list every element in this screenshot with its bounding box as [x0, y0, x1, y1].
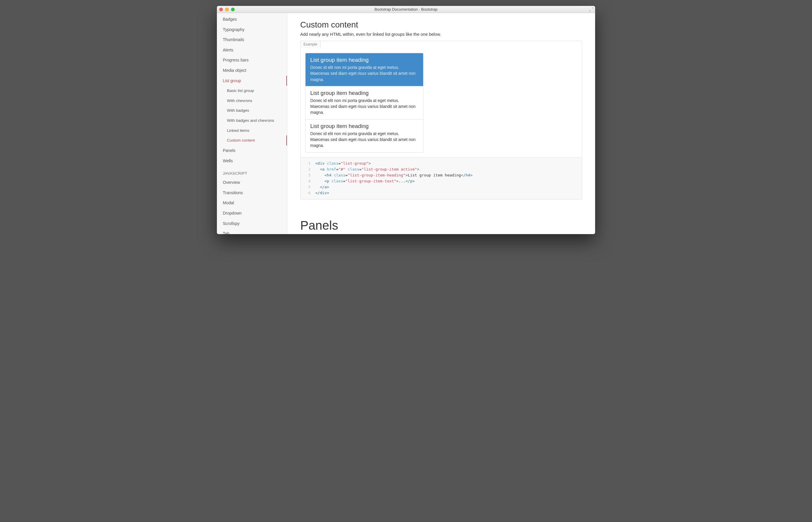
example-panel: Example List group item heading Donec id…	[300, 41, 582, 158]
sidebar-sub-custom-content[interactable]: Custom content	[217, 135, 287, 145]
close-icon[interactable]	[219, 8, 223, 11]
sidebar-sub-basic-list-group[interactable]: Basic list group	[217, 86, 287, 96]
window-controls	[219, 8, 235, 11]
sidebar-sub-with-badges-and-chevrons[interactable]: With badges and chevrons	[217, 116, 287, 126]
sidebar-item-modal[interactable]: Modal	[217, 198, 287, 208]
list-group: List group item heading Donec id elit no…	[305, 53, 423, 153]
sidebar: Badges Typography Thumbnails Alerts Prog…	[217, 13, 287, 234]
sidebar-item-dropdown[interactable]: Dropdown	[217, 208, 287, 218]
example-label: Example	[300, 41, 320, 48]
sidebar-sub-linked-items[interactable]: Linked items	[217, 126, 287, 136]
sidebar-item-progress-bars[interactable]: Progress bars	[217, 55, 287, 65]
sidebar-sub-with-badges[interactable]: With badges	[217, 105, 287, 116]
section-heading: Custom content	[300, 20, 582, 29]
sidebar-item-tab[interactable]: Tab	[217, 228, 287, 234]
sidebar-item-overview[interactable]: Overview	[217, 177, 287, 188]
list-group-item-text: Donec id elit non mi porta gravida at eg…	[310, 98, 418, 116]
sidebar-section-javascript: JAVASCRIPT	[217, 166, 287, 177]
list-group-item-heading: List group item heading	[310, 57, 418, 63]
sidebar-item-thumbnails[interactable]: Thumbnails	[217, 35, 287, 45]
titlebar: Bootstrap Documentation · Bootstrap	[217, 6, 595, 13]
minimize-icon[interactable]	[225, 8, 229, 11]
sidebar-item-typography[interactable]: Typography	[217, 24, 287, 35]
list-group-item[interactable]: List group item heading Donec id elit no…	[306, 119, 423, 152]
sidebar-item-scrollspy[interactable]: Scrollspy	[217, 218, 287, 229]
list-group-item-heading: List group item heading	[310, 90, 418, 96]
list-group-item[interactable]: List group item heading Donec id elit no…	[306, 53, 423, 86]
app-window: Bootstrap Documentation · Bootstrap Badg…	[217, 6, 595, 234]
sidebar-item-badges[interactable]: Badges	[217, 14, 287, 24]
fullscreen-icon[interactable]	[589, 7, 594, 12]
next-section-heading: Panels	[300, 218, 582, 234]
sidebar-sub-with-chevrons[interactable]: With chevrons	[217, 96, 287, 106]
list-group-item-text: Donec id elit non mi porta gravida at eg…	[310, 64, 418, 82]
sidebar-item-panels[interactable]: Panels	[217, 145, 287, 156]
list-group-item-heading: List group item heading	[310, 123, 418, 129]
list-group-item-text: Donec id elit non mi porta gravida at eg…	[310, 130, 418, 149]
main-content: Custom content Add nearly any HTML withi…	[287, 13, 595, 234]
code-block: 1<div class="list-group">2 <a href="#" c…	[300, 158, 582, 200]
section-intro: Add nearly any HTML within, even for lin…	[300, 32, 582, 37]
sidebar-item-media-object[interactable]: Media object	[217, 65, 287, 76]
window-title: Bootstrap Documentation · Bootstrap	[217, 7, 595, 12]
sidebar-item-alerts[interactable]: Alerts	[217, 45, 287, 55]
zoom-icon[interactable]	[231, 8, 235, 11]
sidebar-item-wells[interactable]: Wells	[217, 156, 287, 166]
sidebar-item-list-group[interactable]: List group	[217, 76, 287, 86]
list-group-item[interactable]: List group item heading Donec id elit no…	[306, 86, 423, 119]
sidebar-item-transitions[interactable]: Transitions	[217, 188, 287, 198]
